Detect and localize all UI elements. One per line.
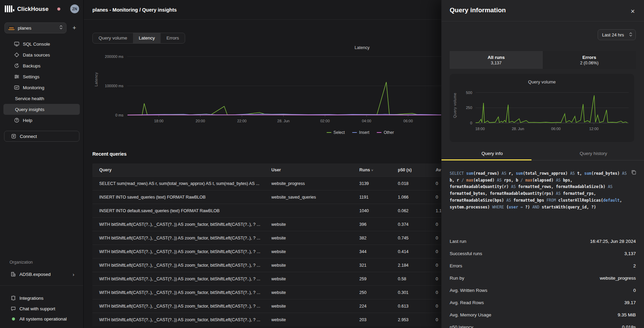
- legend-swatch-select: [327, 132, 331, 133]
- table-row[interactable]: INSERT INTO default.saved_queries (text)…: [92, 204, 441, 217]
- sidebar-nav: SQL Console Data sources Backups Setting…: [0, 38, 83, 126]
- tab-query-volume[interactable]: Query volume: [93, 33, 133, 43]
- legend-item-other[interactable]: Other: [377, 130, 394, 135]
- latency-plot: 0 ms100000 ms200000 ms18:0020:0022:0028.…: [84, 45, 441, 127]
- table-cell: 0.745: [398, 236, 436, 240]
- stat-row: Run bywebsite_progress: [450, 272, 636, 284]
- segment-value: 3,137: [491, 61, 501, 65]
- tab-query-info[interactable]: Query info: [441, 149, 543, 160]
- svg-text:0 ms: 0 ms: [115, 113, 123, 117]
- table-row[interactable]: INSERT INTO saved_queries (text) FORMAT …: [92, 190, 441, 204]
- segment-errors[interactable]: Errors 2 (0.06%): [543, 51, 636, 69]
- table-row[interactable]: WITH bitShiftLeft(CAST(?..), _CAST(?..))…: [92, 245, 441, 258]
- stat-row: Successful runs3,137: [450, 247, 636, 260]
- column-header-user[interactable]: User: [271, 168, 359, 172]
- stat-row: Avg. Memory Usage9.35 MiB: [450, 309, 636, 321]
- table-cell: 1.066: [398, 195, 436, 200]
- svg-text:18:00: 18:00: [475, 127, 485, 131]
- service-selector[interactable]: aws planes: [4, 22, 66, 33]
- sidebar-item-label: Chat with support: [19, 306, 55, 311]
- table-cell: 2.953: [398, 317, 436, 322]
- table-cell: 0.018: [398, 181, 436, 186]
- sql-code[interactable]: SELECT sum(read_rows) AS r, sum(total_ro…: [450, 170, 630, 210]
- legend-item-insert[interactable]: Insert: [352, 130, 369, 135]
- table-cell: website: [271, 222, 359, 227]
- stat-label: Avg. Written Rows: [450, 288, 488, 293]
- avatar[interactable]: ZN: [70, 4, 79, 13]
- tab-query-history[interactable]: Query history: [543, 149, 644, 160]
- sidebar-item-settings[interactable]: Settings: [3, 71, 80, 82]
- tab-latency[interactable]: Latency: [133, 33, 161, 43]
- stats-list: Last run16:47:25, Jun 28 2024Successful …: [450, 235, 636, 328]
- table-cell: 0: [436, 249, 441, 254]
- sidebar-item-query-insights[interactable]: Query insights: [3, 104, 80, 115]
- table-row[interactable]: WITH bitShiftLeft(CAST(?..), _CAST(?..))…: [92, 313, 441, 326]
- sidebar-item-sql-console[interactable]: SQL Console: [3, 38, 80, 49]
- column-header-runs[interactable]: Runs˅: [359, 168, 398, 172]
- svg-text:250: 250: [466, 106, 472, 110]
- sidebar-item-chat-support[interactable]: Chat with support: [4, 303, 79, 314]
- segment-all-runs[interactable]: All runs 3,137: [450, 51, 543, 69]
- data-sources-icon: [14, 52, 19, 58]
- table-cell: WITH bitShiftLeft(CAST(?..), _CAST(?..))…: [92, 222, 271, 227]
- sidebar-item-system-status[interactable]: All systems operational: [4, 314, 79, 324]
- main-content: planes - Monitoring / Query insights Que…: [84, 0, 441, 328]
- svg-text:500: 500: [466, 91, 472, 95]
- table-cell: 0: [436, 290, 441, 295]
- svg-text:02:00: 02:00: [320, 119, 330, 123]
- organization-item[interactable]: ADSB.exposed ›: [4, 269, 79, 280]
- sidebar-item-help[interactable]: Help: [3, 115, 80, 126]
- svg-text:100000 ms: 100000 ms: [105, 84, 124, 88]
- add-service-button[interactable]: +: [70, 23, 79, 33]
- logo-row: ClickHouse ZN: [5, 3, 79, 14]
- svg-text:20:00: 20:00: [196, 119, 205, 123]
- time-range-select[interactable]: Last 24 hrs: [598, 29, 636, 40]
- column-header-p50[interactable]: p50 (s): [398, 168, 436, 172]
- table-cell: 1040: [359, 208, 398, 213]
- puzzle-icon: [11, 295, 16, 301]
- sidebar-item-backups[interactable]: Backups: [3, 60, 80, 71]
- time-range-value: Last 24 hrs: [602, 32, 624, 37]
- recent-queries-body: SELECT sum(read_rows) AS r, sum(total_ro…: [92, 176, 441, 326]
- table-row[interactable]: WITH bitShiftLeft(CAST(?..), _CAST(?..))…: [92, 231, 441, 245]
- table-cell: WITH bitShiftLeft(CAST(?..), _CAST(?..))…: [92, 277, 271, 281]
- logo-text: ClickHouse: [17, 6, 49, 12]
- copy-icon[interactable]: [631, 170, 637, 176]
- sidebar-divider: [0, 285, 83, 286]
- tab-errors[interactable]: Errors: [161, 33, 185, 43]
- legend-label: Select: [333, 130, 345, 135]
- connect-button[interactable]: Connect: [4, 131, 79, 142]
- close-icon[interactable]: ✕: [629, 7, 636, 15]
- sidebar-item-data-sources[interactable]: Data sources: [3, 49, 80, 60]
- svg-text:28. Jun: 28. Jun: [512, 127, 524, 131]
- active-tab-underline: [441, 159, 531, 160]
- sidebar-item-service-health[interactable]: Service health: [3, 93, 80, 104]
- table-cell: 0: [436, 263, 441, 268]
- stat-value: 0.018s: [622, 325, 636, 328]
- chevron-updown-icon: [629, 32, 632, 38]
- table-row[interactable]: WITH bitShiftLeft(CAST(?..), _CAST(?..))…: [92, 299, 441, 313]
- panel-header: Query information ✕: [441, 0, 644, 21]
- legend-item-select[interactable]: Select: [327, 130, 345, 135]
- table-cell: 250: [359, 290, 398, 295]
- app-window: ClickHouse ZN aws planes + SQL Console D…: [0, 0, 644, 328]
- legend-swatch-other: [377, 132, 381, 133]
- sidebar-item-monitoring[interactable]: Monitoring: [3, 82, 80, 93]
- table-cell: website: [271, 263, 359, 268]
- table-row[interactable]: WITH bitShiftLeft(CAST(?..), _CAST(?..))…: [92, 217, 441, 231]
- panel-title: Query information: [450, 6, 506, 14]
- table-cell: website_saved_queries: [271, 195, 359, 200]
- sidebar-item-integrations[interactable]: Integrations: [4, 293, 79, 303]
- svg-text:0: 0: [470, 121, 472, 125]
- table-row[interactable]: WITH bitShiftLeft(CAST(?..), _CAST(?..))…: [92, 258, 441, 272]
- table-row[interactable]: WITH bitShiftLeft(CAST(?..), _CAST(?..))…: [92, 272, 441, 285]
- column-header-query[interactable]: Query: [92, 168, 271, 172]
- column-header-avg[interactable]: Avg.: [436, 168, 441, 172]
- chart-legend: Select Insert Other: [327, 130, 394, 135]
- table-cell: 0.374: [398, 222, 436, 227]
- chart-title: Latency: [328, 45, 396, 50]
- monitoring-icon: [14, 85, 19, 90]
- table-row[interactable]: WITH bitShiftLeft(CAST(?..), _CAST(?..))…: [92, 285, 441, 299]
- table-cell: WITH bitShiftLeft(CAST(?..), _CAST(?..))…: [92, 304, 271, 309]
- table-row[interactable]: SELECT sum(read_rows) AS r, sum(total_ro…: [92, 176, 441, 190]
